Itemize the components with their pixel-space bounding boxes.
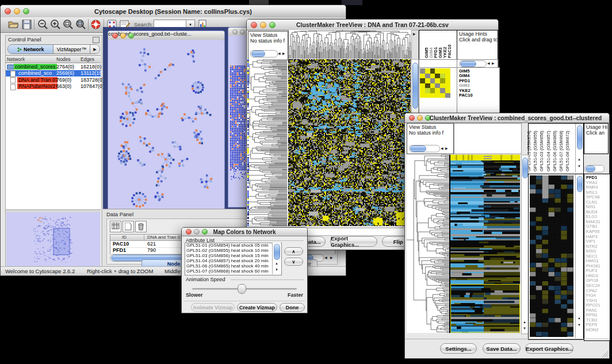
close-button[interactable]	[5, 8, 11, 14]
attribute-listbox[interactable]: GPL51-01 (GSM854) heat shock 05 minGPL51…	[185, 243, 282, 275]
matrix-cell[interactable]	[420, 93, 425, 98]
matrix-cell[interactable]	[420, 68, 425, 74]
speed-slider-thumb[interactable]	[238, 284, 246, 294]
zoom-out-icon[interactable]	[37, 19, 48, 30]
network-canvas[interactable]	[108, 40, 223, 209]
listbox-vscrollbar[interactable]: ▲ ▼	[272, 243, 281, 274]
splitter[interactable]: ▶	[411, 30, 419, 60]
row-dendrogram[interactable]	[247, 59, 287, 226]
resize-grip[interactable]	[602, 351, 609, 358]
labels-vscrollbar[interactable]: ▲ ▼	[575, 124, 583, 173]
treeview2-titlebar[interactable]: ClusterMaker TreeView : combined_scores_…	[405, 113, 609, 123]
dialog-titlebar[interactable]: Map Colors to Network	[182, 228, 307, 236]
scrollbar-thumb[interactable]	[412, 63, 418, 109]
minimize-button[interactable]	[14, 8, 20, 14]
scroll-up-icon[interactable]: ▲	[275, 261, 278, 266]
matrix-cell[interactable]	[445, 74, 450, 79]
minimize-button[interactable]	[417, 115, 423, 121]
scroll-left-icon[interactable]: ◀	[487, 61, 490, 66]
zoom-region-icon[interactable]	[63, 19, 74, 30]
zoom-fit-icon[interactable]	[75, 19, 86, 30]
button-save-data-[interactable]: Save Data...	[483, 343, 521, 354]
cytoscape-titlebar[interactable]: Cytoscape Desktop (Session Name: collins…	[1, 5, 346, 18]
matrix-cell[interactable]	[445, 83, 450, 89]
matrix-cell[interactable]	[445, 88, 450, 93]
minimize-button[interactable]	[260, 22, 266, 28]
save-session-icon[interactable]	[21, 19, 32, 30]
matrix-cell[interactable]	[425, 88, 430, 93]
heatmap[interactable]	[288, 59, 411, 226]
delete-attribute-button[interactable]	[135, 221, 147, 232]
matrix-cell[interactable]	[430, 83, 435, 89]
matrix-cell[interactable]	[440, 78, 445, 83]
column-dendrogram[interactable]	[288, 30, 411, 59]
network-view-window[interactable]: combined_scores_good.txt--cluste...	[108, 30, 225, 209]
scroll-left-icon[interactable]: ◀	[324, 255, 327, 260]
matrix-cell[interactable]	[425, 68, 430, 74]
scroll-down-icon[interactable]: ▼	[523, 326, 526, 331]
matrix-cell[interactable]	[420, 78, 425, 83]
scrollbar-thumb[interactable]	[577, 125, 583, 150]
table-mode-button[interactable]	[110, 221, 121, 232]
matrix-cell[interactable]	[420, 74, 425, 79]
matrix-cell[interactable]	[435, 93, 440, 98]
help-lifering-icon[interactable]	[90, 19, 101, 30]
usage-hscrollbar[interactable]	[459, 60, 487, 67]
zoom-in-icon[interactable]	[50, 19, 61, 30]
close-button[interactable]	[112, 33, 118, 39]
matrix-cell[interactable]	[440, 68, 445, 74]
matrix-cell[interactable]	[425, 83, 430, 89]
column-header[interactable]: Nodes	[56, 56, 71, 62]
attribute-item[interactable]: GPL51-07 (GSM868) heat shock 60 min	[185, 269, 281, 274]
open-session-icon[interactable]	[7, 19, 19, 30]
matrix-cell[interactable]	[420, 88, 425, 93]
scroll-right-icon[interactable]: ▶	[330, 255, 333, 260]
network-table-row[interactable]: combined_scores2764(0)16218(0)	[6, 63, 101, 70]
mini-vscrollbar[interactable]: ▲ ▼	[575, 174, 583, 338]
tab-vizmapper[interactable]: VizMapper™	[53, 45, 90, 53]
matrix-cell[interactable]	[440, 93, 445, 98]
column-header[interactable]: ID	[122, 235, 127, 240]
close-button[interactable]	[409, 115, 415, 121]
scrollbar-thumb[interactable]	[577, 176, 583, 192]
scroll-up-icon[interactable]: ▲	[523, 320, 526, 324]
button-done[interactable]: Done	[280, 303, 305, 312]
matrix-cell[interactable]	[430, 78, 435, 83]
column-header[interactable]: Edges	[81, 56, 94, 62]
matrix-cell[interactable]	[430, 68, 435, 74]
tab-overflow-button[interactable]: ▶	[90, 45, 100, 53]
zoom-button[interactable]	[128, 33, 134, 39]
new-attribute-button[interactable]	[123, 221, 134, 232]
selection-heatmap[interactable]	[530, 175, 573, 337]
move-down-button[interactable]: ∨	[284, 258, 303, 266]
heatmap[interactable]	[450, 155, 520, 333]
network-table-row[interactable]: RNAPuberNov2+|563(0)107847(0)	[6, 83, 101, 90]
button-animate-vizmap[interactable]: Animate Vizmap	[191, 303, 235, 312]
scroll-left-icon[interactable]: ◀	[278, 51, 281, 56]
scrollbar-thumb[interactable]	[274, 244, 280, 260]
close-button[interactable]	[251, 22, 257, 28]
tab-network[interactable]: Network	[8, 45, 53, 53]
matrix-cell[interactable]	[440, 88, 445, 93]
button-export-graphics-[interactable]: Export Graphics...	[330, 236, 377, 247]
scroll-up-icon[interactable]: ▲	[577, 316, 581, 320]
scroll-down-icon[interactable]: ▼	[577, 323, 581, 327]
scrollbar-thumb[interactable]	[522, 158, 528, 178]
close-button[interactable]	[232, 29, 238, 35]
network-overview[interactable]	[6, 212, 100, 266]
move-up-button[interactable]: ∧	[284, 247, 303, 255]
button-settings-[interactable]: Settings...	[440, 343, 477, 354]
similarity-matrix[interactable]	[420, 68, 450, 98]
matrix-cell[interactable]	[425, 74, 430, 79]
matrix-cell[interactable]	[430, 93, 435, 98]
matrix-cell[interactable]	[435, 74, 440, 79]
column-header[interactable]: Network	[7, 56, 25, 62]
matrix-cell[interactable]	[425, 93, 430, 98]
button-export-graphics-[interactable]: Export Graphics...	[525, 343, 573, 354]
scroll-up-icon[interactable]: ▲	[577, 157, 581, 162]
float-panel-icon[interactable]	[93, 37, 100, 43]
matrix-cell[interactable]	[445, 68, 450, 74]
matrix-cell[interactable]	[445, 78, 450, 83]
close-button[interactable]	[186, 229, 192, 235]
matrix-cell[interactable]	[420, 83, 425, 89]
